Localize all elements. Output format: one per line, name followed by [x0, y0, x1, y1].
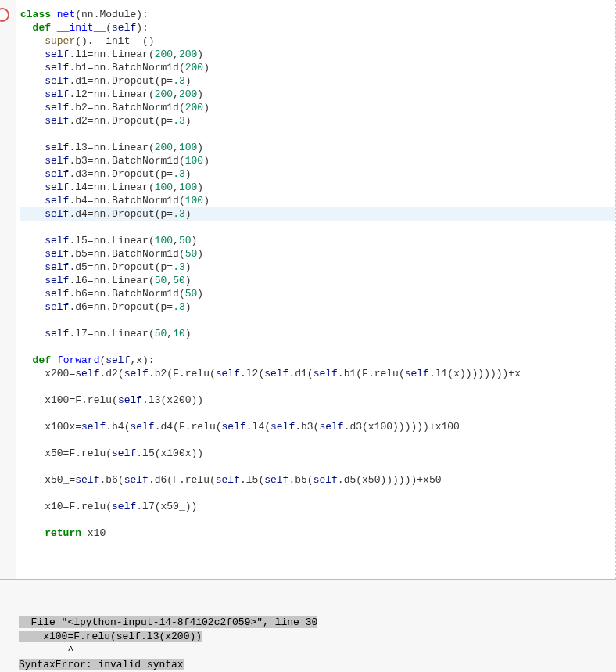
code-line[interactable]: self.b4=nn.BatchNorm1d(100) — [20, 194, 615, 207]
code-line[interactable]: self.l2=nn.Linear(200,200) — [20, 88, 615, 101]
code-line[interactable] — [20, 221, 615, 234]
code-line[interactable]: self.b2=nn.BatchNorm1d(200) — [20, 101, 615, 114]
code-line[interactable]: self.d1=nn.Dropout(p=.3) — [20, 74, 615, 88]
code-line[interactable]: self.l3=nn.Linear(200,100) — [20, 141, 615, 154]
code-line[interactable]: self.l4=nn.Linear(100,100) — [20, 181, 615, 194]
code-line[interactable]: self.l7=nn.Linear(50,10) — [20, 327, 615, 340]
error-message: SyntaxError: invalid syntax — [19, 659, 184, 670]
code-editor[interactable]: class net(nn.Module): def __init__(self)… — [16, 0, 616, 579]
code-line[interactable] — [20, 128, 615, 141]
code-line[interactable]: self.b5=nn.BatchNorm1d(50) — [20, 247, 615, 261]
code-line[interactable]: self.l5=nn.Linear(100,50) — [20, 234, 615, 247]
code-line[interactable]: self.b3=nn.BatchNorm1d(100) — [20, 154, 615, 167]
code-line[interactable] — [20, 407, 615, 420]
error-file-line: File "<ipython-input-14-8f4102c2f059>", … — [19, 616, 317, 628]
code-line[interactable]: self.d3=nn.Dropout(p=.3) — [20, 167, 615, 181]
code-line[interactable]: self.d4=nn.Dropout(p=.3) — [20, 207, 615, 221]
code-line[interactable]: x100x=self.b4(self.d4(F.relu(self.l4(sel… — [20, 420, 615, 433]
breakpoint-marker-icon[interactable] — [0, 8, 9, 22]
code-line[interactable] — [20, 340, 615, 354]
code-line[interactable]: x50_=self.b6(self.d6(F.relu(self.l5(self… — [20, 473, 615, 487]
code-line[interactable]: def __init__(self): — [20, 21, 615, 34]
error-output: File "<ipython-input-14-8f4102c2f059>", … — [0, 611, 616, 672]
code-line[interactable] — [20, 513, 615, 526]
code-line[interactable] — [20, 380, 615, 393]
code-line[interactable]: return x10 — [20, 526, 615, 540]
code-line[interactable] — [20, 487, 615, 500]
code-line[interactable]: class net(nn.Module): — [20, 8, 615, 21]
code-line[interactable]: self.d6=nn.Dropout(p=.3) — [20, 300, 615, 314]
code-line[interactable]: x50=F.relu(self.l5(x100x)) — [20, 447, 615, 460]
gutter — [0, 0, 16, 579]
code-line[interactable]: x200=self.d2(self.b2(F.relu(self.l2(self… — [20, 367, 615, 380]
code-line[interactable]: x10=F.relu(self.l7(x50_)) — [20, 500, 615, 513]
error-caret: ^ — [19, 644, 616, 658]
code-line[interactable]: super().__init__() — [20, 34, 615, 48]
code-line[interactable]: x100=F.relu(self.l3(x200)) — [20, 393, 615, 407]
code-line[interactable]: self.d5=nn.Dropout(p=.3) — [20, 261, 615, 274]
code-line[interactable] — [20, 314, 615, 327]
code-line[interactable] — [20, 433, 615, 447]
code-line[interactable]: self.b6=nn.BatchNorm1d(50) — [20, 287, 615, 300]
code-line[interactable]: self.l1=nn.Linear(200,200) — [20, 48, 615, 61]
code-line[interactable]: self.b1=nn.BatchNorm1d(200) — [20, 61, 615, 74]
code-line[interactable] — [20, 460, 615, 473]
code-line[interactable]: self.l6=nn.Linear(50,50) — [20, 274, 615, 287]
code-line[interactable]: self.d2=nn.Dropout(p=.3) — [20, 114, 615, 128]
code-line[interactable]: def forward(self,x): — [20, 354, 615, 367]
error-source-line: x100=F.relu(self.l3(x200)) — [19, 631, 202, 642]
